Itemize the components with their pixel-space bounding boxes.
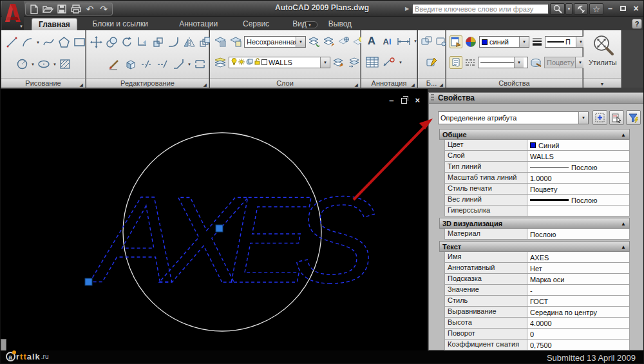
layer-on-bulb-icon[interactable] — [231, 58, 237, 66]
zoom-extents-icon[interactable] — [592, 34, 615, 57]
grip-insertion-point[interactable] — [85, 278, 92, 285]
table-icon[interactable] — [365, 56, 379, 68]
object-type-selector[interactable]: Определение атрибута ▼ — [438, 111, 589, 124]
search-expand-icon[interactable]: ▶ — [405, 6, 409, 12]
combo-arrow-icon[interactable]: ▼ — [514, 57, 524, 68]
copy-icon[interactable] — [105, 35, 118, 49]
open-file-icon[interactable] — [42, 4, 55, 15]
combo-arrow-icon[interactable]: ▼ — [578, 112, 588, 124]
tab-вид[interactable]: Вид — [286, 18, 313, 30]
panel-label-layers[interactable]: Слои◢ — [210, 78, 360, 88]
circle-dropdown-icon[interactable]: ▼ — [31, 62, 35, 66]
property-value[interactable]: Послою — [527, 162, 629, 172]
property-value[interactable]: Нет — [527, 263, 629, 273]
search-input[interactable] — [412, 4, 549, 14]
layer-unlock-icon[interactable] — [254, 58, 260, 66]
layer-states-icon[interactable] — [229, 35, 242, 48]
properties-dialog-icon[interactable] — [450, 35, 462, 48]
rotate-icon[interactable] — [120, 35, 134, 49]
edit-text-icon[interactable]: AI — [380, 36, 394, 47]
panel-label-block[interactable]: Б...◢ — [418, 78, 445, 88]
fillet-icon[interactable] — [167, 35, 180, 49]
search-options-caret-icon[interactable]: ▼ — [565, 3, 573, 15]
communication-center-icon[interactable] — [574, 3, 588, 15]
lineweight-combobox[interactable]: П ▼ — [545, 36, 586, 48]
break-icon[interactable] — [140, 57, 154, 71]
property-value[interactable]: AXES — [527, 252, 629, 262]
linetype-combobox[interactable]: ▼ — [478, 57, 528, 68]
property-value[interactable]: Послою — [527, 229, 629, 239]
color-wheel-icon[interactable] — [464, 35, 477, 48]
property-value[interactable]: 4.0000 — [527, 318, 629, 328]
maximize-icon[interactable] — [617, 3, 629, 13]
collapse-icon[interactable]: ▲ — [621, 130, 626, 140]
drawing-minimize-icon[interactable]: – — [389, 97, 393, 104]
property-value[interactable]: Поцвету — [527, 184, 629, 194]
plot-style-combobox[interactable]: Поцвету ▼ — [544, 57, 585, 68]
layer-unisolate-icon[interactable] — [323, 35, 336, 48]
application-menu-button[interactable]: ▼ — [2, 1, 24, 30]
minimize-icon[interactable]: – — [604, 3, 616, 13]
multileader-dropdown-icon[interactable]: ▼ — [399, 61, 402, 64]
section-header[interactable]: 3D визуализация▲ — [439, 218, 630, 229]
favorites-star-icon[interactable]: ☆ — [589, 3, 603, 15]
collapse-icon[interactable]: ▲ — [621, 242, 626, 253]
chamfer-icon[interactable] — [172, 57, 185, 71]
combo-arrow-icon[interactable]: ▼ — [296, 37, 305, 47]
dimension-dropdown-icon[interactable]: ▼ — [413, 39, 417, 43]
property-value[interactable]: Марка оси — [527, 274, 629, 284]
drawing-canvas[interactable]: – × AXES — [1, 89, 428, 350]
property-value[interactable]: 0 — [527, 329, 629, 339]
layer-state-combobox[interactable]: Несохраненная▼ — [244, 36, 306, 48]
property-value[interactable]: Синий — [527, 140, 629, 150]
property-value[interactable]: - — [527, 285, 629, 295]
print-icon[interactable] — [70, 4, 82, 15]
panel-label-annotation[interactable]: Аннотация◢ — [361, 78, 417, 88]
mirror-icon[interactable] — [182, 35, 196, 49]
close-icon[interactable]: × — [630, 3, 642, 13]
multileader-icon[interactable] — [381, 57, 397, 68]
panel-label-modify[interactable]: Редактирование◢ — [86, 78, 209, 88]
axes-attribute-text[interactable]: AXES — [90, 170, 374, 309]
layer-thaw-sun-icon[interactable] — [238, 59, 245, 66]
property-value[interactable]: 1.0000 — [527, 173, 629, 183]
layer-isolate-icon[interactable] — [308, 35, 321, 48]
search-icon[interactable] — [550, 3, 565, 15]
create-block-icon[interactable] — [435, 35, 447, 47]
object-color-combobox[interactable]: синий ▼ — [479, 36, 529, 48]
insert-block-icon[interactable] — [421, 35, 433, 47]
plot-table-icon[interactable] — [530, 57, 542, 68]
panel-collapse-icon[interactable]: ▼ — [600, 82, 605, 86]
block-editor-icon[interactable] — [426, 56, 439, 68]
pickadd-toggle-button[interactable] — [592, 110, 607, 125]
property-value[interactable] — [527, 206, 629, 216]
new-file-icon[interactable] — [28, 4, 41, 15]
dimension-icon[interactable] — [396, 36, 412, 47]
save-icon[interactable] — [55, 4, 68, 15]
property-value[interactable]: Середина по центру — [527, 307, 629, 317]
spline-icon[interactable] — [42, 35, 55, 49]
tab-блоки-и-ссылки[interactable]: Блоки и ссылки — [86, 18, 154, 30]
combo-arrow-icon[interactable]: ▼ — [519, 37, 529, 47]
explode-icon[interactable] — [124, 57, 138, 71]
hatch-icon[interactable] — [59, 57, 72, 71]
property-value[interactable]: ГОСТ — [527, 296, 629, 306]
tab-аннотации[interactable]: Аннотации — [173, 18, 224, 30]
layer-freeze-icon[interactable] — [337, 35, 350, 48]
tab-сервис[interactable]: Сервис — [236, 18, 276, 30]
linetype-icon[interactable] — [464, 57, 476, 68]
arc-dropdown-icon[interactable]: ▼ — [36, 41, 40, 44]
undo-icon[interactable]: ↶ — [84, 4, 97, 15]
grip-center[interactable] — [216, 225, 223, 232]
palette-title-bar[interactable]: Свойства — [429, 93, 643, 104]
layer-previous-icon[interactable] — [347, 56, 360, 68]
layer-plot-icon[interactable] — [246, 59, 253, 66]
section-header[interactable]: Текст▲ — [439, 241, 630, 252]
join-icon[interactable] — [193, 57, 207, 71]
circle-icon[interactable] — [15, 57, 29, 71]
drawing-restore-icon[interactable] — [401, 98, 407, 104]
quick-select-button[interactable] — [626, 110, 641, 125]
panel-label-properties[interactable]: Свойства — [446, 78, 582, 88]
collapse-icon[interactable]: ▲ — [621, 219, 626, 229]
lineweight-icon[interactable] — [531, 37, 543, 47]
